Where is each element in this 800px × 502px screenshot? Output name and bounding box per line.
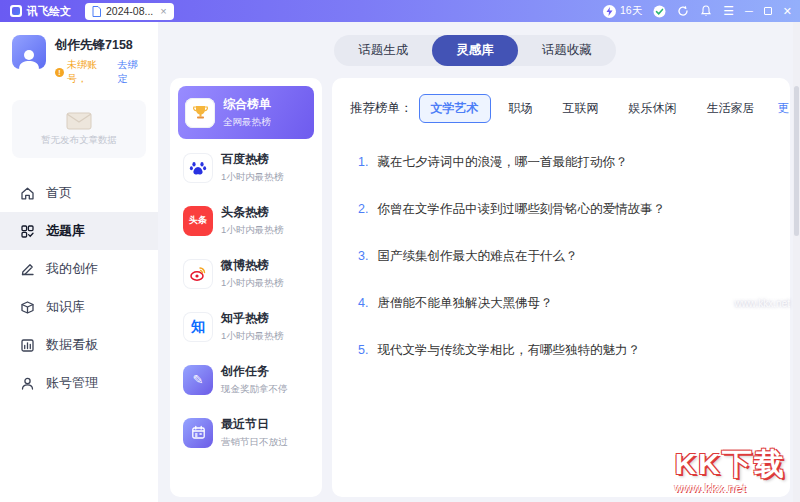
hotlist-text: 最近节日 营销节日不放过 (221, 416, 288, 449)
question-row[interactable]: 4. 唐僧能不能单独解决大黑佛母？ (350, 280, 772, 327)
weibo-icon (183, 259, 213, 289)
calendar-icon (183, 418, 213, 448)
sidebar-item-label: 首页 (46, 184, 72, 202)
hotlist-text: 头条热榜 1小时内最热榜 (221, 204, 283, 237)
baidu-icon (183, 153, 213, 183)
pen-icon (20, 262, 35, 277)
sidebar-item-account-management[interactable]: 账号管理 (0, 364, 158, 402)
window-close-button[interactable]: ✕ (783, 6, 792, 17)
hotlist-item-baidu[interactable]: 百度热榜 1小时内最热榜 (178, 141, 314, 194)
question-row[interactable]: 3. 国产续集创作最大的难点在于什么？ (350, 233, 772, 280)
hotlist-item-composite[interactable]: 综合榜单 全网最热榜 (178, 86, 314, 139)
empty-articles-card: 暂无发布文章数据 (12, 100, 146, 158)
home-icon (20, 186, 35, 201)
hotlist-title: 综合榜单 (223, 96, 271, 113)
bell-icon[interactable] (700, 5, 712, 17)
user-name: 创作先锋7158 (55, 37, 146, 54)
sidebar-item-topic-library[interactable]: 选题库 (0, 212, 158, 250)
question-row[interactable]: 2. 你曾在文学作品中读到过哪些刻骨铭心的爱情故事？ (350, 186, 772, 233)
refresh-icon[interactable] (677, 5, 689, 17)
tab-close-icon[interactable]: × (160, 6, 166, 17)
hotlist-subtitle: 1小时内最热榜 (221, 171, 283, 184)
window-minimize-button[interactable]: ─ (745, 6, 753, 17)
app-tab[interactable]: 讯飞绘文 (8, 4, 79, 19)
bind-account-link[interactable]: 去绑定 (118, 58, 147, 86)
hotlist-item-zhihu[interactable]: 知 知乎热榜 1小时内最热榜 (178, 300, 314, 353)
lightning-icon (603, 5, 616, 18)
hotlist-text: 百度热榜 1小时内最热榜 (221, 151, 283, 184)
trophy-icon (185, 98, 215, 128)
app-window: 讯飞绘文 2024-08... × 16天 ☰ ─ (0, 0, 800, 502)
hotlist-item-creation-tasks[interactable]: ✎ 创作任务 现金奖励拿不停 (178, 353, 314, 406)
bind-status: ! 未绑账号， 去绑定 (55, 58, 146, 86)
warning-icon: ! (55, 68, 64, 77)
check-status-icon[interactable] (653, 5, 666, 18)
hamburger-menu-icon[interactable]: ☰ (723, 4, 734, 18)
hotlist-title: 最近节日 (221, 416, 288, 433)
sidebar-item-label: 选题库 (46, 222, 85, 240)
sidebar: 创作先锋7158 ! 未绑账号， 去绑定 暂无发布文章数据 首页 选题库 (0, 22, 158, 502)
app-logo-icon (10, 5, 22, 17)
sidebar-item-label: 数据看板 (46, 336, 98, 354)
question-number: 3. (358, 249, 368, 263)
question-number: 2. (358, 202, 368, 216)
sidebar-item-knowledge-base[interactable]: 知识库 (0, 288, 158, 326)
sidebar-item-my-creations[interactable]: 我的创作 (0, 250, 158, 288)
main-tabs-bar: 话题生成 灵感库 话题收藏 (158, 22, 792, 78)
document-tab[interactable]: 2024-08... × (85, 3, 174, 20)
chip-internet[interactable]: 互联网 (551, 94, 611, 123)
hotlist-subtitle: 营销节日不放过 (221, 436, 288, 449)
hotlist-text: 综合榜单 全网最热榜 (223, 96, 271, 129)
user-profile: 创作先锋7158 ! 未绑账号， 去绑定 (0, 22, 158, 88)
main-tabs: 话题生成 灵感库 话题收藏 (334, 35, 616, 66)
hotlist-item-weibo[interactable]: 微博热榜 1小时内最热榜 (178, 247, 314, 300)
hotlist-text: 知乎热榜 1小时内最热榜 (221, 310, 283, 343)
recommend-label: 推荐榜单： (350, 100, 413, 117)
chip-entertainment[interactable]: 娱乐休闲 (617, 94, 689, 123)
creation-task-icon: ✎ (183, 365, 213, 395)
bind-warning-text: 未绑账号， (67, 58, 115, 86)
window-scrollbar[interactable] (793, 22, 800, 502)
titlebar: 讯飞绘文 2024-08... × 16天 ☰ ─ (0, 0, 800, 22)
chip-workplace[interactable]: 职场 (497, 94, 545, 123)
window-maximize-button[interactable] (764, 6, 772, 17)
hotlist-title: 知乎热榜 (221, 310, 283, 327)
question-row[interactable]: 1. 藏在七夕诗词中的浪漫，哪一首最能打动你？ (350, 139, 772, 186)
user-icon (20, 376, 35, 391)
chip-home-living[interactable]: 生活家居 (695, 94, 767, 123)
recommend-header: 推荐榜单： 文学艺术 职场 互联网 娱乐休闲 生活家居 更多赛道 (350, 94, 772, 123)
question-number: 1. (358, 155, 368, 169)
hotlist-panel: 综合榜单 全网最热榜 百度热榜 1小时内最热榜 头条 头条热榜 1小时内最热榜 (170, 78, 322, 497)
knowledge-base-icon (20, 300, 35, 315)
tab-topic-generation[interactable]: 话题生成 (334, 35, 432, 66)
hotlist-text: 创作任务 现金奖励拿不停 (221, 363, 288, 396)
tab-inspiration-library[interactable]: 灵感库 (432, 35, 518, 66)
days-badge-label: 16天 (620, 4, 642, 18)
sidebar-item-label: 账号管理 (46, 374, 98, 392)
sidebar-menu: 首页 选题库 我的创作 知识库 数据看板 账号管理 (0, 174, 158, 402)
sidebar-item-label: 知识库 (46, 298, 85, 316)
question-text: 国产续集创作最大的难点在于什么？ (377, 248, 577, 265)
hotlist-item-toutiao[interactable]: 头条 头条热榜 1小时内最热榜 (178, 194, 314, 247)
question-row[interactable]: 5. 现代文学与传统文学相比，有哪些独特的魅力？ (350, 327, 772, 374)
sidebar-item-home[interactable]: 首页 (0, 174, 158, 212)
chart-icon (20, 338, 35, 353)
membership-days-badge[interactable]: 16天 (603, 4, 642, 18)
hotlist-subtitle: 1小时内最热榜 (221, 330, 283, 343)
hotlist-title: 微博热榜 (221, 257, 283, 274)
chip-literature-art[interactable]: 文学艺术 (419, 94, 491, 123)
zhihu-icon: 知 (183, 312, 213, 342)
question-text: 现代文学与传统文学相比，有哪些独特的魅力？ (377, 342, 640, 359)
question-text: 唐僧能不能单独解决大黑佛母？ (377, 295, 552, 312)
sidebar-item-data-dashboard[interactable]: 数据看板 (0, 326, 158, 364)
question-list: 1. 藏在七夕诗词中的浪漫，哪一首最能打动你？ 2. 你曾在文学作品中读到过哪些… (350, 139, 772, 374)
more-categories-link[interactable]: 更多赛道 (773, 94, 791, 123)
tab-topic-favorites[interactable]: 话题收藏 (518, 35, 616, 66)
hotlist-item-recent-festivals[interactable]: 最近节日 营销节日不放过 (178, 406, 314, 459)
hotlist-title: 百度热榜 (221, 151, 283, 168)
sidebar-item-label: 我的创作 (46, 260, 98, 278)
hotlist-subtitle: 全网最热榜 (223, 116, 271, 129)
question-text: 藏在七夕诗词中的浪漫，哪一首最能打动你？ (377, 154, 627, 171)
scrollbar-thumb[interactable] (794, 86, 799, 236)
avatar[interactable] (12, 35, 46, 69)
